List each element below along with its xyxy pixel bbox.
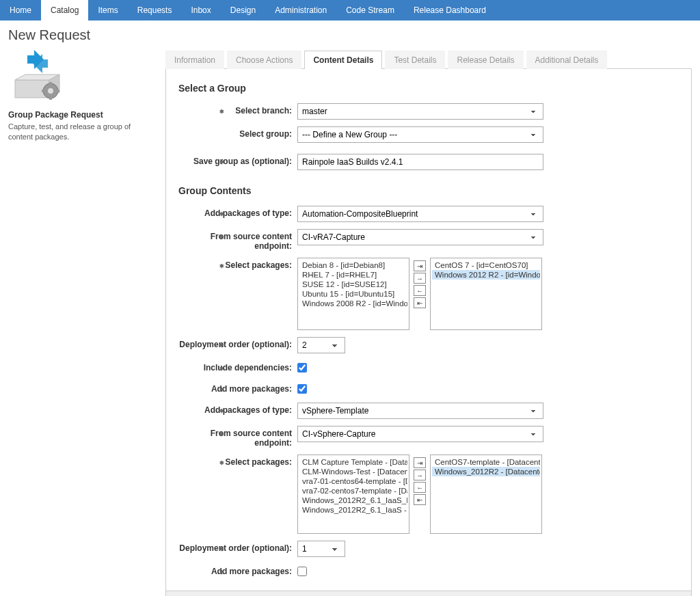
svg-rect-7 xyxy=(49,82,52,85)
label-select-group: Select group: xyxy=(239,129,292,139)
nav-tab-administration[interactable]: Administration xyxy=(265,0,336,21)
list-item[interactable]: SUSE 12 - [id=SUSE12] xyxy=(299,280,407,289)
tab-release-details[interactable]: Release Details xyxy=(448,51,523,69)
tab-information[interactable]: Information xyxy=(165,51,224,69)
section-group-contents: Group Contents xyxy=(178,185,679,196)
package-transfer-2: CLM Capture Template - [DatacenCLM-Windo… xyxy=(297,455,679,534)
required-icon xyxy=(219,568,224,575)
select-deploy-order-2[interactable]: 1 xyxy=(297,541,345,557)
required-icon xyxy=(219,341,224,349)
select-endpoint-1[interactable]: CI-vRA7-Capture xyxy=(297,229,543,245)
top-nav: HomeCatalogItemsRequestsInboxDesignAdmin… xyxy=(0,0,700,21)
add-button[interactable]: → xyxy=(414,470,426,480)
remove-button[interactable]: ← xyxy=(414,285,426,296)
nav-tab-code-stream[interactable]: Code Stream xyxy=(336,0,404,21)
tab-content-details[interactable]: Content Details xyxy=(304,51,382,69)
label-add-pkg-type: Add packages of type: xyxy=(204,208,292,218)
list-item[interactable]: CentOS 7 - [id=CentOS70] xyxy=(432,260,540,270)
svg-rect-8 xyxy=(49,97,52,100)
list-item[interactable]: vra7-01-centos64-template - [Data xyxy=(299,476,407,486)
footer-bar: Save < Back Next > Cancel xyxy=(166,591,691,596)
selected-packages-1[interactable]: CentOS 7 - [id=CentOS70]Windows 2012 R2 … xyxy=(430,258,542,330)
save-group-as-input[interactable] xyxy=(297,154,543,170)
required-icon xyxy=(219,545,224,552)
svg-rect-10 xyxy=(57,90,59,92)
tab-test-details[interactable]: Test Details xyxy=(385,51,445,69)
page-title: New Request xyxy=(8,27,692,43)
tab-choose-actions[interactable]: Choose Actions xyxy=(227,51,301,69)
tab-additional-details[interactable]: Additional Details xyxy=(526,51,608,69)
label-include-deps: Include dependencies: xyxy=(204,363,292,372)
nav-tab-inbox[interactable]: Inbox xyxy=(181,0,220,21)
required-icon xyxy=(219,407,224,414)
list-item[interactable]: Windows_2012R2 - [Datacenter=F xyxy=(432,467,540,476)
select-pkg-type-2[interactable]: vSphere-Template xyxy=(297,403,543,419)
select-branch[interactable]: master xyxy=(297,103,543,120)
required-icon xyxy=(219,158,224,165)
available-packages-2[interactable]: CLM Capture Template - [DatacenCLM-Windo… xyxy=(297,455,409,534)
include-deps-checkbox[interactable] xyxy=(297,363,307,372)
selected-packages-2[interactable]: CentOS7-template - [Datacenter=FWindows_… xyxy=(430,455,542,534)
list-item[interactable]: Windows 2008 R2 - [id=Window xyxy=(299,299,407,308)
package-transfer-1: Debian 8 - [id=Debian8]RHEL 7 - [id=RHEL… xyxy=(297,258,679,330)
required-icon xyxy=(219,233,224,241)
remove-button[interactable]: ← xyxy=(414,482,426,493)
form-tabs: InformationChoose ActionsContent Details… xyxy=(165,50,692,69)
select-deploy-order-1[interactable]: 2 xyxy=(297,337,345,353)
nav-tab-catalog[interactable]: Catalog xyxy=(41,0,88,21)
label-deploy-order: Deployment order (optional): xyxy=(179,340,292,349)
add-all-button[interactable]: ⇥ xyxy=(414,457,426,468)
nav-tab-requests[interactable]: Requests xyxy=(128,0,182,21)
available-packages-1[interactable]: Debian 8 - [id=Debian8]RHEL 7 - [id=RHEL… xyxy=(297,258,409,330)
required-icon xyxy=(219,459,224,466)
list-item[interactable]: Windows 2012 R2 - [id=Window xyxy=(432,270,540,280)
list-item[interactable]: CLM Capture Template - [Datacen xyxy=(299,457,407,467)
required-icon xyxy=(219,364,224,372)
required-icon xyxy=(219,430,224,437)
required-icon xyxy=(219,107,224,115)
list-item[interactable]: Windows_2012R2_6.1_IaaS_MsS xyxy=(299,496,407,505)
list-item[interactable]: vra7-02-centos7-template - [Datac xyxy=(299,486,407,496)
add-button[interactable]: → xyxy=(414,273,426,284)
label-select-branch: Select branch: xyxy=(235,106,292,116)
label-deploy-order: Deployment order (optional): xyxy=(179,543,292,553)
select-pkg-type-1[interactable]: Automation-CompositeBlueprint xyxy=(297,206,543,222)
required-icon xyxy=(219,262,224,269)
nav-tab-design[interactable]: Design xyxy=(221,0,265,21)
sidebar-title: Group Package Request xyxy=(8,110,152,120)
section-select-group: Select a Group xyxy=(178,83,679,94)
list-item[interactable]: RHEL 7 - [id=RHEL7] xyxy=(299,270,407,280)
svg-rect-9 xyxy=(42,90,44,92)
required-icon xyxy=(219,210,224,217)
form-panel: Select a Group Select branch: master Sel… xyxy=(165,69,692,596)
remove-all-button[interactable]: ⇤ xyxy=(414,297,426,308)
sidebar: Group Package Request Capture, test, and… xyxy=(8,50,152,596)
required-icon xyxy=(219,385,224,393)
list-item[interactable]: Ubuntu 15 - [id=Ubuntu15] xyxy=(299,289,407,299)
list-item[interactable]: Debian 8 - [id=Debian8] xyxy=(299,260,407,270)
nav-tab-release-dashboard[interactable]: Release Dashboard xyxy=(404,0,496,21)
sidebar-desc: Capture, test, and release a group of co… xyxy=(8,122,152,143)
select-endpoint-2[interactable]: CI-vSphere-Capture xyxy=(297,426,543,442)
group-package-icon xyxy=(8,50,63,105)
add-more-checkbox-1[interactable] xyxy=(297,384,307,394)
select-group[interactable]: --- Define a New Group --- xyxy=(297,126,543,143)
label-add-pkg-type: Add packages of type: xyxy=(204,405,292,415)
nav-tab-home[interactable]: Home xyxy=(0,0,41,21)
svg-point-6 xyxy=(48,88,53,94)
label-select-packages: Select packages: xyxy=(226,457,292,467)
add-all-button[interactable]: ⇥ xyxy=(414,260,426,271)
add-more-checkbox-2[interactable] xyxy=(297,567,307,576)
label-select-packages: Select packages: xyxy=(226,260,292,270)
nav-tab-items[interactable]: Items xyxy=(88,0,127,21)
label-save-group-as: Save group as (optional): xyxy=(193,157,292,166)
list-item[interactable]: Windows_2012R2_6.1_IaaS - [Da xyxy=(299,505,407,515)
remove-all-button[interactable]: ⇤ xyxy=(414,494,426,505)
list-item[interactable]: CLM-Windows-Test - [Datacenter= xyxy=(299,467,407,476)
list-item[interactable]: CentOS7-template - [Datacenter=F xyxy=(432,457,540,467)
